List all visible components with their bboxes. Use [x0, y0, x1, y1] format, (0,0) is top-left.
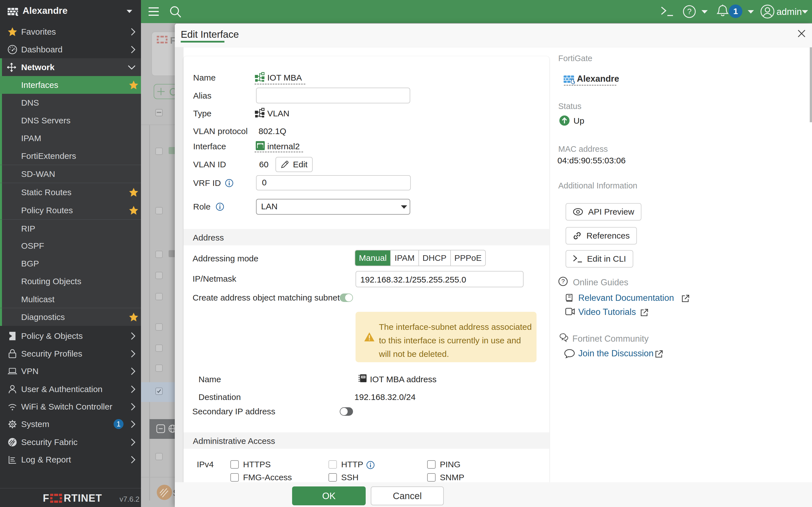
- svg-text:?: ?: [687, 7, 692, 16]
- svg-text:?: ?: [561, 278, 565, 285]
- svg-text:RTINET: RTINET: [64, 492, 102, 504]
- svg-text:F: F: [43, 492, 49, 504]
